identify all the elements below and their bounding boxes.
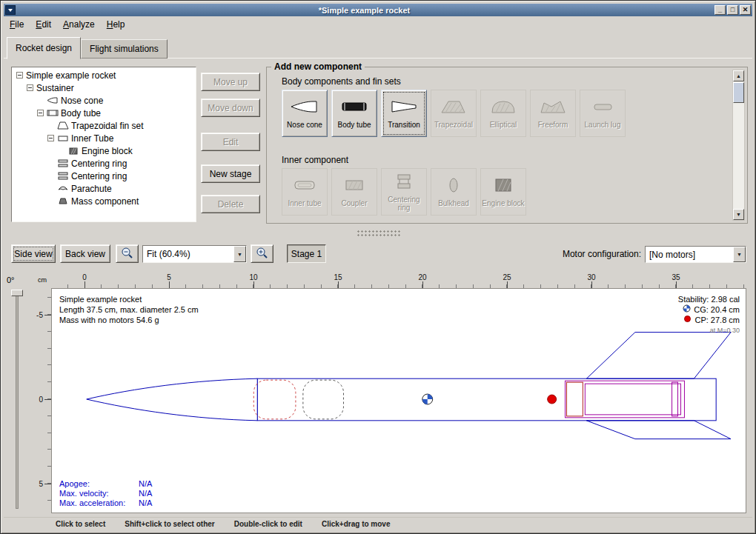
maximize-button[interactable]: □ (727, 5, 738, 15)
section-inner-component: Inner component (282, 155, 348, 165)
hint-double-click: Double-click to edit (234, 520, 302, 528)
inner-tube-icon (290, 176, 319, 197)
tree-item-fin-set[interactable]: Trapezoidal fin set (12, 119, 196, 132)
tree-item-inner-tube[interactable]: Inner Tube (12, 132, 196, 144)
add-inner-tube-button[interactable]: Inner tube (282, 168, 328, 216)
menu-file[interactable]: File (4, 17, 30, 32)
add-bulkhead-button[interactable]: Bulkhead (431, 168, 477, 216)
scrollbar-thumb[interactable] (733, 82, 744, 103)
add-body-tube-button[interactable]: Body tube (331, 90, 377, 137)
move-down-button[interactable]: Move down (201, 99, 260, 117)
add-elliptical-fin-button[interactable]: Elliptical (480, 90, 526, 137)
view-toolbar: Side view Back view Fit (60.4%) ▼ Stage … (4, 243, 752, 267)
add-nose-cone-button[interactable]: Nose cone (282, 90, 328, 137)
tab-rocket-design[interactable]: Rocket design (7, 37, 81, 59)
cp-value: CP: 27.8 cm (694, 315, 740, 325)
rocket-canvas[interactable]: Simple example rocket Length 37.5 cm, ma… (51, 288, 746, 513)
move-up-button[interactable]: Move up (201, 73, 260, 91)
chevron-down-icon[interactable]: ▼ (733, 247, 746, 262)
hint-shift-click: Shift+click to select other (125, 520, 214, 528)
scroll-up-icon[interactable]: ▲ (733, 70, 744, 81)
stability-info: Stability: 2.98 cal CG: 20.4 cm CP: 27.8… (678, 294, 740, 336)
collapse-icon[interactable] (16, 72, 23, 79)
add-engine-block-button[interactable]: Engine block (480, 168, 526, 216)
minimize-button[interactable]: _ (714, 5, 726, 15)
app-window: *Simple example rocket _ □ ✕ File Edit A… (0, 0, 756, 534)
edit-button[interactable]: Edit (201, 133, 260, 151)
titlebar: *Simple example rocket _ □ ✕ (4, 4, 752, 16)
tree-item-engine-block[interactable]: Engine block (12, 144, 196, 157)
tree-item-body-tube[interactable]: Body tube (12, 107, 196, 119)
collapse-icon[interactable] (37, 110, 44, 116)
tree-item-stage[interactable]: Sustainer (12, 81, 196, 94)
rotation-slider[interactable] (10, 288, 24, 512)
chevron-down-icon[interactable]: ▼ (233, 246, 246, 262)
flight-stats: Apogee:N/A Max. velocity:N/A Max. accele… (59, 479, 152, 508)
splitter-handle[interactable] (357, 230, 401, 236)
motor-configuration-select[interactable]: [No motors] ▼ (645, 246, 746, 263)
tree-item-parachute[interactable]: Parachute (12, 182, 196, 195)
collapse-icon[interactable] (27, 84, 33, 91)
parachute-icon (57, 184, 71, 193)
tree-item-nose-cone[interactable]: Nose cone (12, 94, 196, 107)
slider-handle[interactable] (11, 290, 23, 296)
centering-ring-icon (57, 172, 71, 180)
zoom-in-icon (256, 247, 268, 261)
component-scrollbar[interactable]: ▲ ▼ (732, 70, 745, 221)
tree-item-centering-ring[interactable]: Centering ring (12, 157, 196, 170)
freeform-fin-icon (538, 98, 568, 119)
slider-track (16, 291, 19, 509)
centering-ring-icon (57, 159, 71, 167)
collapse-icon[interactable] (47, 135, 54, 141)
velocity-value: N/A (139, 489, 152, 498)
component-tree[interactable]: Simple example rocket Sustainer Nose con… (11, 67, 196, 222)
zoom-select[interactable]: Fit (60.4%) ▼ (142, 245, 247, 263)
horizontal-ruler: 0 5 10 15 20 25 30 35 (51, 273, 746, 288)
menu-edit[interactable]: Edit (30, 17, 57, 32)
add-coupler-button[interactable]: Coupler (331, 168, 377, 216)
new-stage-button[interactable]: New stage (201, 164, 260, 183)
add-trapezoidal-fin-button[interactable]: Trapezoidal (431, 90, 477, 137)
rotation-value: 0° (7, 276, 15, 284)
launch-lug-icon (588, 98, 617, 119)
apogee-label: Apogee: (59, 479, 139, 489)
tree-item-mass-component[interactable]: Mass component (12, 195, 196, 207)
zoom-in-button[interactable] (251, 244, 273, 263)
body-component-buttons: Nose cone Body tube Transition Trapezoid… (282, 90, 626, 137)
fin-set-icon (57, 121, 71, 130)
vertical-ruler: -5 0 5 (36, 288, 51, 513)
menu-analyze[interactable]: Analyze (57, 17, 101, 32)
bulkhead-icon (439, 176, 468, 197)
stage-1-toggle[interactable]: Stage 1 (287, 244, 326, 263)
trapezoidal-fin-icon (439, 98, 468, 119)
section-body-components: Body components and fin sets (282, 76, 401, 87)
back-view-button[interactable]: Back view (60, 244, 110, 263)
side-view-button[interactable]: Side view (11, 244, 56, 263)
add-component-group: Add new component Body components and fi… (266, 67, 748, 224)
zoom-out-button[interactable] (116, 244, 139, 263)
delete-button[interactable]: Delete (201, 195, 260, 213)
add-freeform-fin-button[interactable]: Freeform (530, 90, 576, 137)
transition-icon (389, 98, 419, 119)
add-transition-button[interactable]: Transition (381, 90, 427, 137)
scroll-down-icon[interactable]: ▼ (733, 209, 744, 220)
cg-value: CG: 20.4 cm (694, 304, 740, 315)
elliptical-fin-icon (488, 98, 518, 119)
menu-help[interactable]: Help (101, 17, 131, 32)
body-tube-icon (47, 109, 61, 117)
close-button[interactable]: ✕ (740, 5, 751, 15)
zoom-out-icon (121, 247, 133, 261)
window-menu-icon[interactable] (5, 5, 16, 15)
tree-item-rocket[interactable]: Simple example rocket (12, 69, 196, 81)
mach-note: at M=0.30 (710, 325, 740, 336)
cp-icon (683, 315, 692, 325)
velocity-label: Max. velocity: (59, 489, 139, 498)
tree-item-centering-ring[interactable]: Centering ring (12, 170, 196, 182)
rocket-mass: Mass with no motors 54.6 g (59, 315, 199, 325)
tab-flight-simulations[interactable]: Flight simulations (81, 39, 168, 59)
inner-tube-icon (57, 134, 71, 142)
hint-click-select: Click to select (56, 520, 105, 528)
add-centering-ring-button[interactable]: Centering ring (381, 168, 427, 216)
add-launch-lug-button[interactable]: Launch lug (580, 90, 626, 137)
rocket-dimensions: Length 37.5 cm, max. diameter 2.5 cm (59, 304, 199, 315)
